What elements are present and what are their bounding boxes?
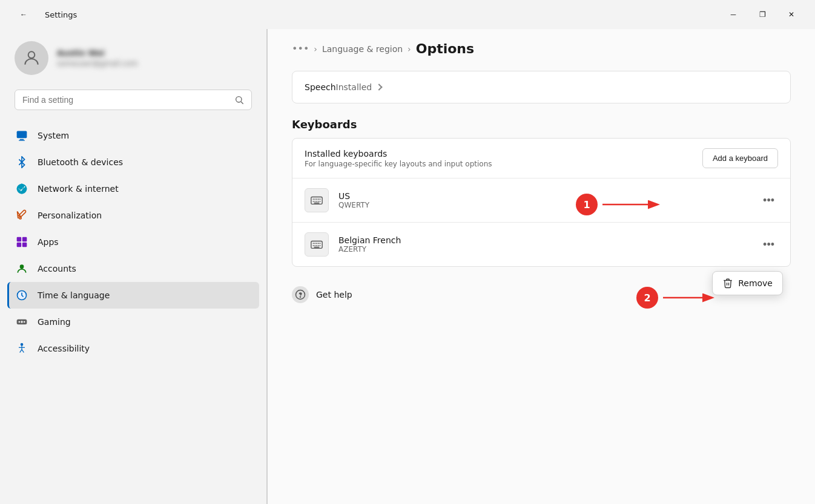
svg-point-14	[24, 321, 25, 323]
breadcrumb-current: Options	[416, 41, 474, 56]
installed-keyboards-text: Installed keyboards For language-specifi…	[305, 149, 702, 168]
installed-keyboards-row: Installed keyboards For language-specifi…	[292, 139, 790, 178]
svg-line-21	[22, 350, 24, 353]
breadcrumb-dots[interactable]: •••	[292, 43, 309, 54]
remove-button[interactable]: Remove	[722, 278, 773, 289]
keyboard-belgian-name: Belgian French	[338, 235, 750, 245]
back-button[interactable]: ←	[10, 5, 38, 24]
sidebar-item-label-time-language: Time & language	[38, 290, 110, 300]
remove-dropdown: Remove	[712, 271, 783, 295]
speech-status: Installed	[336, 82, 382, 92]
sidebar-item-accessibility[interactable]: Accessibility	[7, 335, 259, 362]
svg-point-13	[19, 321, 20, 323]
monitor-icon	[15, 128, 29, 143]
trash-icon	[722, 278, 733, 289]
add-keyboard-button[interactable]: Add a keyboard	[702, 148, 778, 168]
user-email: someuser@gmail.com	[57, 59, 138, 68]
search-input[interactable]	[22, 95, 229, 105]
user-name: Austin Wei	[57, 48, 138, 57]
clock-icon	[15, 288, 29, 303]
window-controls: ─ ❐ ✕	[719, 5, 805, 24]
annotation-2-group: 2	[636, 287, 718, 309]
sidebar-item-gaming[interactable]: Gaming	[7, 309, 259, 335]
keyboards-section-title: Keyboards	[292, 118, 791, 131]
svg-point-17	[21, 344, 22, 345]
search-container	[0, 85, 266, 120]
speech-card: Speech Installed	[292, 71, 791, 103]
svg-rect-3	[17, 131, 27, 139]
search-box[interactable]	[15, 90, 252, 110]
app-title: Settings	[45, 10, 77, 19]
breadcrumb: ••• › Language & region › Options	[292, 29, 791, 71]
speech-row[interactable]: Speech Installed	[292, 71, 790, 103]
sidebar-item-network[interactable]: Network & internet	[7, 175, 259, 202]
keyboard-us-type: QWERTY	[338, 201, 750, 209]
svg-point-1	[236, 97, 242, 102]
keyboard-item-us: US QWERTY •••	[292, 178, 790, 223]
keyboard-item-belgian-french: Belgian French AZERTY ••• 1	[292, 223, 790, 266]
svg-rect-5	[19, 140, 25, 141]
sidebar: Austin Wei someuser@gmail.com System	[0, 29, 266, 504]
installed-keyboards-desc: For language-specific key layouts and in…	[305, 160, 702, 168]
minimize-button[interactable]: ─	[719, 5, 747, 24]
svg-line-20	[20, 350, 22, 353]
accessibility-icon	[15, 341, 29, 356]
sidebar-item-label-accessibility: Accessibility	[38, 344, 90, 353]
title-bar: ← Settings ─ ❐ ✕	[0, 0, 815, 29]
sidebar-item-label-gaming: Gaming	[38, 317, 71, 327]
close-button[interactable]: ✕	[777, 5, 805, 24]
keyboard-belgian-text: Belgian French AZERTY	[338, 235, 750, 254]
sidebar-item-label-apps: Apps	[38, 237, 59, 247]
svg-line-2	[241, 102, 243, 104]
speech-title: Speech	[305, 82, 336, 92]
svg-rect-7	[22, 237, 27, 242]
sidebar-item-accounts[interactable]: Accounts	[7, 255, 259, 282]
svg-rect-4	[20, 139, 24, 140]
avatar	[15, 41, 48, 75]
brush-icon	[15, 208, 29, 223]
keyboard-us-icon	[305, 188, 329, 212]
breadcrumb-parent[interactable]: Language & region	[322, 44, 403, 54]
sidebar-item-system[interactable]: System	[7, 122, 259, 149]
sidebar-item-label-personalization: Personalization	[38, 211, 102, 220]
sidebar-item-time-language[interactable]: Time & language	[7, 282, 259, 309]
keyboard-us-text: US QWERTY	[338, 191, 750, 209]
svg-rect-9	[22, 243, 27, 247]
chevron-right-icon	[376, 83, 383, 90]
user-profile[interactable]: Austin Wei someuser@gmail.com	[0, 29, 266, 85]
maximize-button[interactable]: ❐	[748, 5, 776, 24]
keyboard-belgian-type: AZERTY	[338, 245, 750, 254]
content-area: ••• › Language & region › Options Speech…	[268, 29, 815, 504]
sidebar-item-personalization[interactable]: Personalization	[7, 202, 259, 229]
get-help-label: Get help	[316, 290, 352, 299]
svg-point-51	[300, 296, 300, 297]
title-bar-left: ← Settings	[10, 5, 77, 24]
nav-list: System Bluetooth & devices Network & int…	[0, 120, 266, 504]
keyboard-icon	[310, 194, 323, 207]
sidebar-item-label-bluetooth: Bluetooth & devices	[38, 157, 123, 167]
sidebar-item-bluetooth[interactable]: Bluetooth & devices	[7, 149, 259, 175]
keyboard-belgian-menu-button[interactable]: •••	[759, 235, 778, 255]
keyboard-icon-2	[310, 238, 323, 251]
svg-point-0	[28, 51, 35, 58]
keyboard-us-menu-button[interactable]: •••	[759, 191, 778, 211]
apps-icon	[15, 235, 29, 249]
person-icon	[22, 48, 41, 68]
annotation-arrow-2	[663, 289, 718, 307]
user-info: Austin Wei someuser@gmail.com	[57, 48, 138, 68]
annotation-circle-1: 1	[576, 194, 598, 215]
accounts-icon	[15, 261, 29, 276]
breadcrumb-sep-2: ›	[408, 44, 411, 54]
sidebar-item-label-network: Network & internet	[38, 184, 119, 194]
installed-keyboards-title: Installed keyboards	[305, 149, 702, 159]
annotation-circle-2: 2	[636, 287, 658, 309]
gaming-icon	[15, 315, 29, 329]
annotation-1-group: 1	[576, 192, 663, 217]
help-icon	[295, 289, 306, 300]
keyboard-us-name: US	[338, 191, 750, 201]
svg-point-10	[20, 264, 24, 269]
get-help-icon	[292, 286, 309, 303]
remove-label: Remove	[738, 278, 773, 288]
search-icon	[234, 95, 244, 105]
sidebar-item-apps[interactable]: Apps	[7, 229, 259, 255]
